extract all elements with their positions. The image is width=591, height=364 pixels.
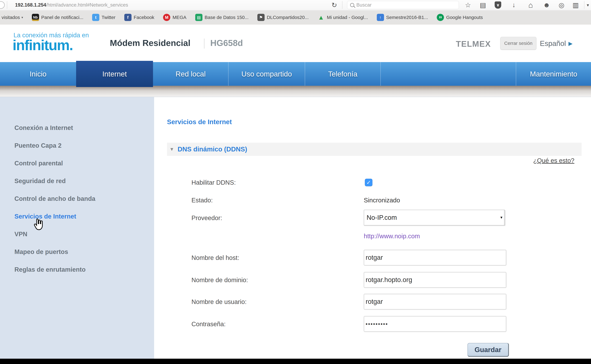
bookmark-star-button[interactable]: ☆ <box>463 0 473 10</box>
check-icon: ✓ <box>366 179 371 186</box>
nav-tab-telefonia[interactable]: Telefonía <box>305 62 380 86</box>
letterbox-bottom <box>0 359 591 364</box>
ddns-section-header[interactable]: ▼ DNS dinámico (DDNS) <box>167 143 582 156</box>
bookmark-item-hangouts[interactable]: ” Google Hangouts <box>437 14 483 21</box>
collapse-triangle-icon: ▼ <box>169 147 174 152</box>
divider <box>584 1 584 9</box>
main-panel: Servicios de Internet ▼ DNS dinámico (DD… <box>154 97 591 359</box>
sidebar-toggle-button[interactable]: ▥ <box>571 0 580 10</box>
reading-list-icon: ▤ <box>480 1 486 9</box>
pocket-icon: ∨ <box>495 1 501 9</box>
twitter-icon: t <box>92 14 99 21</box>
nav-tab-internet[interactable]: Internet <box>76 61 153 87</box>
section-title: DNS dinámico (DDNS) <box>178 145 247 153</box>
bookmark-label: Facebook <box>134 15 154 20</box>
sidebar-item-conexion-a-internet[interactable]: Conexión a Internet <box>0 119 154 137</box>
bookmark-item-mi-unidad[interactable]: ▲ Mi unidad - Googl... <box>318 14 368 21</box>
downloads-button[interactable]: ↓ <box>509 0 518 10</box>
password-input[interactable] <box>364 316 506 332</box>
status-label: Estado: <box>192 197 213 204</box>
provider-link[interactable]: http://www.noip.com <box>364 233 420 240</box>
domain-input[interactable] <box>364 272 506 288</box>
url-host: 192.168.1.254 <box>15 2 46 8</box>
host-input[interactable] <box>364 250 506 265</box>
home-button[interactable]: ⌂ <box>526 0 535 10</box>
url-field[interactable]: 192.168.1.254/html/advance.html#Network_… <box>15 0 128 10</box>
bubbles-button[interactable]: ◎ <box>557 0 566 10</box>
bookmark-item-twitter[interactable]: t Twitter <box>92 14 115 21</box>
bookmarks-bar: visitados ▾ Nb Panel de notificaci... t … <box>0 11 591 25</box>
bookmark-item-base-de-datos[interactable]: ▤ Base de Datos 150... <box>195 14 249 21</box>
bookmark-item-semestre[interactable]: ↑ Semestre2016-B1... <box>377 14 428 21</box>
dropdown-arrow-icon: ▼ <box>500 210 503 225</box>
reading-list-button[interactable]: ▤ <box>478 0 488 10</box>
search-field[interactable] <box>347 1 459 9</box>
save-button[interactable]: Guardar <box>467 343 509 357</box>
bookmark-label: MEGA <box>173 15 186 20</box>
sidebar-item-mapeo-de-puertos[interactable]: Mapeo de puertos <box>0 243 154 261</box>
search-input[interactable] <box>356 2 444 8</box>
url-path: /html/advance.html#Network_services <box>46 2 128 8</box>
shared-folder-icon: ⚑ <box>257 14 265 21</box>
facebook-icon: f <box>124 14 132 21</box>
cursor-hand-icon <box>32 218 45 231</box>
host-label: Nombre del host: <box>192 254 239 261</box>
bookmark-item-panel[interactable]: Nb Panel de notificaci... <box>32 14 84 21</box>
bookmark-label: Google Hangouts <box>446 15 483 20</box>
nav-shadow <box>0 86 591 97</box>
model-name: HG658d <box>210 38 243 48</box>
language-selector[interactable]: Español ▶ <box>540 39 572 48</box>
nav-tab-mantenimiento[interactable]: Mantenimiento <box>516 62 591 86</box>
bookmark-item-dlcompartidos[interactable]: ⚑ DLCompartidos20... <box>257 14 309 21</box>
star-icon: ☆ <box>465 1 471 9</box>
username-input[interactable] <box>364 294 506 309</box>
nav-tab-inicio[interactable]: Inicio <box>0 62 76 86</box>
sidebar-item-reglas-de-enrutamiento[interactable]: Reglas de enrutamiento <box>0 261 154 278</box>
username-label: Nombre de usuario: <box>192 298 246 305</box>
bookmark-label: Twitter <box>101 15 115 20</box>
divider <box>7 1 7 9</box>
page-title: Servicios de Internet <box>167 118 232 126</box>
reload-icon: ↻ <box>332 1 337 9</box>
bookmark-label: Panel de notificaci... <box>41 15 84 20</box>
provider-select[interactable]: No-IP.com ▼ <box>364 210 505 225</box>
bookmark-item-facebook[interactable]: f Facebook <box>124 14 154 21</box>
provider-selected-value: No-IP.com <box>367 214 397 221</box>
nav-tab-uso-compartido[interactable]: Uso compartido <box>228 62 305 86</box>
sidebar: Conexión a Internet Puenteo Capa 2 Contr… <box>0 97 154 359</box>
sidebar-item-servicios-de-internet[interactable]: Servicios de Internet <box>0 208 154 225</box>
sidebar-item-puenteo-capa-2[interactable]: Puenteo Capa 2 <box>0 137 154 154</box>
bookmark-item-mega[interactable]: M MEGA <box>163 14 186 21</box>
bookmark-label: Base de Datos 150... <box>205 15 249 20</box>
logout-button[interactable]: Cerrar sesión <box>500 37 536 50</box>
help-link[interactable]: ¿Qué es esto? <box>533 157 574 164</box>
search-icon <box>350 3 354 7</box>
provider-label: Proveedor: <box>192 214 222 221</box>
overflow-button[interactable]: ▾ <box>585 0 591 10</box>
pocket-button[interactable]: ∨ <box>493 0 503 10</box>
chevron-down-icon: ▾ <box>21 15 23 19</box>
ddns-enable-checkbox[interactable]: ✓ <box>365 179 372 186</box>
smiley-button[interactable]: ☻ <box>542 0 551 10</box>
status-value: Sincronizado <box>364 197 400 204</box>
bookmark-label: DLCompartidos20... <box>267 15 309 20</box>
nav-tab-red-local[interactable]: Red local <box>153 62 228 86</box>
bookmark-item-visitados[interactable]: visitados ▾ <box>2 15 23 20</box>
divider <box>342 1 342 9</box>
sidebar-item-vpn[interactable]: VPN <box>0 225 154 243</box>
telmex-logo: TELMEX <box>456 39 491 49</box>
chevron-down-icon: ▾ <box>587 2 589 8</box>
domain-label: Nombre de dominio: <box>192 277 248 284</box>
sidebar-item-seguridad-de-red[interactable]: Seguridad de red <box>0 172 154 190</box>
divider <box>204 39 205 49</box>
site-identity-icon <box>0 1 5 9</box>
reload-button[interactable]: ↻ <box>330 0 339 10</box>
bookmark-label: visitados <box>2 15 20 20</box>
sidebar-item-control-parental[interactable]: Control parental <box>0 154 154 172</box>
bookmark-label: Semestre2016-B1... <box>386 15 428 20</box>
product-title: Módem Residencial <box>110 38 190 48</box>
chevron-right-icon: ▶ <box>568 40 572 46</box>
sidebar-item-control-de-ancho-de-banda[interactable]: Control de ancho de banda <box>0 190 154 208</box>
home-icon: ⌂ <box>528 1 533 9</box>
infinitum-logo: infinitum. <box>13 37 73 53</box>
